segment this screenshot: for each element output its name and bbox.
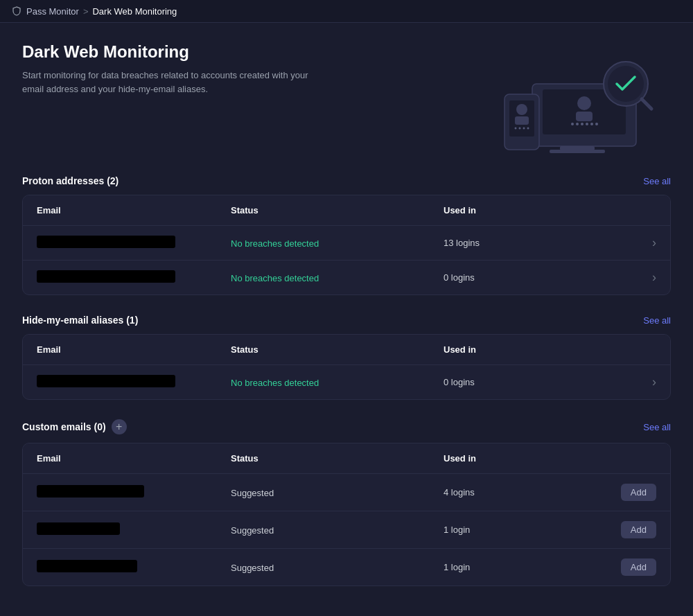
redacted-email <box>37 236 175 248</box>
proton-addresses-section: Proton addresses (2) See all Email Statu… <box>22 175 671 295</box>
proton-table: Email Status Used in No breaches detecte… <box>22 195 671 295</box>
hide-my-email-section: Hide-my-email aliases (1) See all Email … <box>22 315 671 400</box>
status-cell: No breaches detected <box>231 272 444 283</box>
breadcrumb-current-page: Dark Web Monitoring <box>92 6 177 17</box>
svg-point-11 <box>595 123 598 125</box>
custom-emails-section-title: Custom emails (0) <box>22 421 106 432</box>
table-row[interactable]: Suggested 4 logins Add <box>23 473 670 511</box>
custom-see-all[interactable]: See all <box>643 422 671 432</box>
status-badge: Suggested <box>231 525 274 536</box>
used-in-value: 1 login <box>444 525 470 535</box>
status-cell: No breaches detected <box>231 238 444 249</box>
status-badge: No breaches detected <box>231 378 319 388</box>
hme-col-status: Status <box>231 344 444 355</box>
add-email-button[interactable]: Add <box>621 558 656 576</box>
svg-point-7 <box>576 123 579 125</box>
page-title: Dark Web Monitoring <box>22 42 313 62</box>
add-email-button[interactable]: Add <box>621 521 656 538</box>
table-row[interactable]: Suggested 1 login Add <box>23 548 670 586</box>
svg-line-22 <box>642 99 651 109</box>
status-badge: Suggested <box>231 563 274 573</box>
used-in-cell: 0 logins <box>444 270 656 285</box>
proton-col-email: Email <box>37 205 231 215</box>
svg-rect-5 <box>576 112 593 121</box>
hero-illustration <box>477 42 671 153</box>
page-header: Dark Web Monitoring Start monitoring for… <box>22 42 671 153</box>
ce-col-email: Email <box>37 453 231 464</box>
breadcrumb-pass-monitor[interactable]: Pass Monitor <box>26 6 79 17</box>
redacted-email <box>37 375 175 387</box>
proton-col-status: Status <box>231 205 444 215</box>
used-in-value: 0 logins <box>444 272 475 283</box>
email-cell <box>37 236 231 250</box>
page-description: Start monitoring for data breaches relat… <box>22 69 313 96</box>
email-cell <box>37 270 231 285</box>
ce-col-used-in: Used in <box>444 453 656 464</box>
svg-point-9 <box>586 123 588 125</box>
used-in-value: 4 logins <box>444 487 475 498</box>
chevron-right-icon <box>652 375 656 389</box>
svg-rect-3 <box>550 150 605 153</box>
svg-point-18 <box>523 127 525 130</box>
email-cell <box>37 522 231 537</box>
email-cell <box>37 375 231 389</box>
status-cell: Suggested <box>231 562 444 573</box>
add-custom-email-button[interactable]: + <box>112 419 127 434</box>
email-cell <box>37 560 231 574</box>
email-cell <box>37 485 231 500</box>
redacted-email <box>37 270 175 283</box>
proton-table-header: Email Status Used in <box>23 195 670 225</box>
svg-point-6 <box>571 123 574 125</box>
svg-point-19 <box>527 127 529 130</box>
hme-col-email: Email <box>37 344 231 355</box>
svg-rect-15 <box>515 116 529 125</box>
proton-section-header: Proton addresses (2) See all <box>22 175 671 186</box>
hide-my-email-table-header: Email Status Used in <box>23 335 670 364</box>
custom-emails-section: Custom emails (0) + See all Email Status… <box>22 419 671 586</box>
proton-col-used-in: Used in <box>444 205 656 215</box>
svg-point-17 <box>519 127 521 130</box>
svg-point-10 <box>590 123 593 125</box>
used-in-cell: 13 logins <box>444 236 656 250</box>
add-email-button[interactable]: Add <box>621 484 656 501</box>
custom-emails-table-header: Email Status Used in <box>23 443 670 473</box>
status-badge: No breaches detected <box>231 273 319 283</box>
used-in-cell: 4 logins Add <box>444 484 656 501</box>
ce-col-status: Status <box>231 453 444 464</box>
table-row[interactable]: No breaches detected 0 logins <box>23 364 670 399</box>
shield-icon <box>11 6 22 17</box>
svg-point-4 <box>577 96 591 110</box>
header-text: Dark Web Monitoring Start monitoring for… <box>22 42 313 96</box>
proton-see-all[interactable]: See all <box>643 176 671 186</box>
hide-my-email-section-header: Hide-my-email aliases (1) See all <box>22 315 671 326</box>
svg-point-16 <box>515 127 517 130</box>
status-badge: No breaches detected <box>231 238 319 249</box>
svg-point-21 <box>608 66 644 102</box>
table-row[interactable]: Suggested 1 login Add <box>23 511 670 548</box>
svg-point-8 <box>581 123 584 125</box>
used-in-value: 13 logins <box>444 238 480 248</box>
hide-my-email-table: Email Status Used in No breaches detecte… <box>22 334 671 400</box>
used-in-value: 0 logins <box>444 377 475 387</box>
status-cell: Suggested <box>231 487 444 498</box>
redacted-email <box>37 560 137 572</box>
status-badge: Suggested <box>231 488 274 498</box>
redacted-email <box>37 485 144 498</box>
proton-section-title: Proton addresses (2) <box>22 175 119 186</box>
breadcrumb-bar: Pass Monitor > Dark Web Monitoring <box>0 0 693 23</box>
status-cell: No breaches detected <box>231 377 444 388</box>
custom-title-group: Custom emails (0) + <box>22 419 127 434</box>
table-row[interactable]: No breaches detected 0 logins <box>23 260 670 294</box>
status-cell: Suggested <box>231 525 444 536</box>
breadcrumb-separator: > <box>83 6 89 17</box>
used-in-cell: 1 login Add <box>444 521 656 538</box>
used-in-cell: 1 login Add <box>444 558 656 576</box>
used-in-value: 1 login <box>444 562 470 572</box>
hide-my-email-see-all[interactable]: See all <box>643 315 671 326</box>
custom-emails-table: Email Status Used in Suggested 4 logins … <box>22 443 671 586</box>
hide-my-email-section-title: Hide-my-email aliases (1) <box>22 315 138 326</box>
table-row[interactable]: No breaches detected 13 logins <box>23 225 670 260</box>
redacted-email <box>37 522 120 535</box>
chevron-right-icon <box>652 236 656 250</box>
used-in-cell: 0 logins <box>444 375 656 389</box>
